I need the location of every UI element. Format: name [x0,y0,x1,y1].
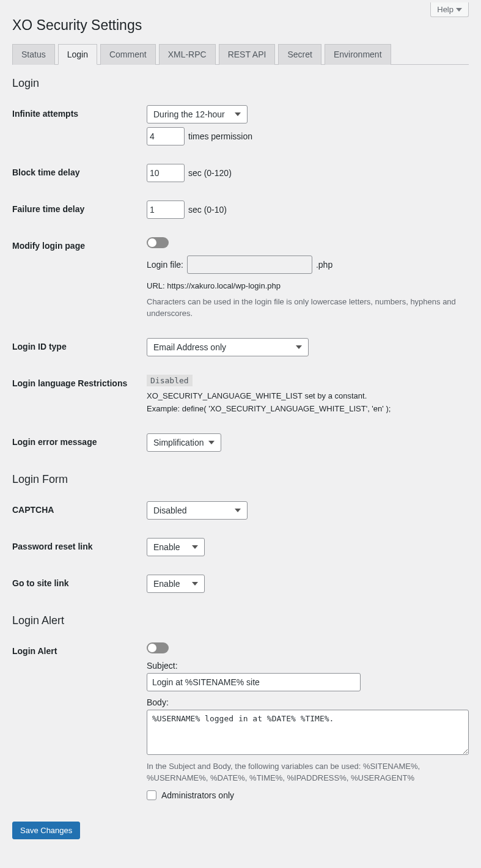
block-time-delay-suffix: sec (0-120) [188,168,232,178]
login-alert-toggle[interactable] [147,642,169,653]
goto-site-select[interactable]: Enable [147,575,205,593]
password-reset-label: Password reset link [12,538,147,551]
help-button[interactable]: Help [430,2,469,17]
login-alert-label: Login Alert [12,642,147,656]
save-changes-button[interactable]: Save Changes [12,822,80,839]
login-lang-label: Login language Restrictions [12,375,147,388]
chevron-down-icon [456,7,462,13]
admins-only-label: Administrators only [161,790,234,800]
body-textarea[interactable] [147,710,469,755]
login-lang-line2: Example: define( 'XO_SECURITY_LANGUAGE_W… [147,403,469,415]
modify-login-page-label: Modify login page [12,237,147,251]
tab-comment[interactable]: Comment [100,44,156,65]
section-login-heading: Login [12,77,469,90]
login-file-label: Login file: [147,260,183,270]
help-label: Help [437,5,453,14]
login-id-type-label: Login ID type [12,338,147,351]
tab-secret[interactable]: Secret [278,44,321,65]
tab-xml-rpc[interactable]: XML-RPC [159,44,216,65]
infinite-attempts-period-select[interactable]: During the 12-hour [147,105,248,123]
login-file-help: Characters can be used in the login file… [147,296,469,320]
login-alert-help: In the Subject and Body, the following v… [147,760,469,784]
tab-environment[interactable]: Environment [325,44,391,65]
section-login-form-heading: Login Form [12,473,469,486]
body-label: Body: [147,697,469,707]
block-time-delay-input[interactable] [147,164,185,182]
subject-label: Subject: [147,661,469,671]
tab-status[interactable]: Status [12,44,55,65]
page-title: XO Security Settings [12,17,469,34]
login-lang-line1: XO_SECURITY_LANGUAGE_WHITE_LIST set by a… [147,390,469,402]
login-lang-badge: Disabled [147,375,193,386]
failure-time-delay-input[interactable] [147,200,185,219]
login-file-input[interactable] [187,256,312,274]
captcha-select[interactable]: Disabled [147,501,248,520]
login-url-text: URL: https://xakuro.local/wp-login.php [147,280,469,292]
goto-site-label: Go to site link [12,575,147,588]
infinite-attempts-label: Infinite attempts [12,105,147,119]
login-error-msg-select[interactable]: Simplification [147,433,221,452]
admins-only-checkbox[interactable] [147,790,156,800]
block-time-delay-label: Block time delay [12,164,147,177]
tab-rest-api[interactable]: REST API [219,44,276,65]
login-id-type-select[interactable]: Email Address only [147,338,309,356]
section-login-alert-heading: Login Alert [12,614,469,627]
tab-login[interactable]: Login [58,44,97,65]
infinite-attempts-count-input[interactable] [147,127,185,145]
captcha-label: CAPTCHA [12,501,147,515]
login-file-suffix: .php [316,260,332,270]
subject-input[interactable] [147,673,361,691]
tabs: Status Login Comment XML-RPC REST API Se… [12,43,469,65]
modify-login-page-toggle[interactable] [147,237,169,248]
failure-time-delay-label: Failure time delay [12,200,147,214]
infinite-attempts-suffix: times permission [188,131,252,141]
failure-time-delay-suffix: sec (0-10) [188,205,227,215]
password-reset-select[interactable]: Enable [147,538,205,556]
login-error-msg-label: Login error message [12,433,147,447]
